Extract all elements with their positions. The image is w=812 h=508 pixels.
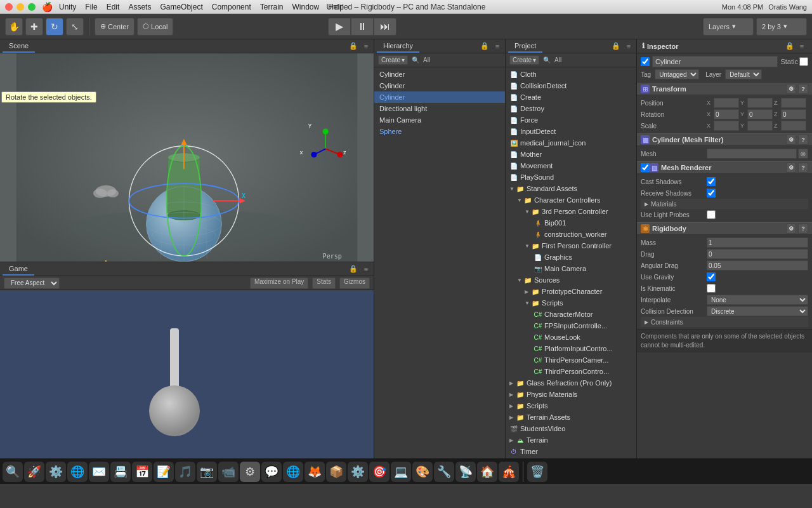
cast-shadows-checkbox[interactable] — [707, 177, 716, 186]
tree-folder-standard-assets[interactable]: ▼ 📁 Standard Assets — [506, 183, 636, 194]
dock-facetime-icon[interactable]: 📹 — [218, 462, 239, 482]
scale-tool-button[interactable]: ⤡ — [66, 18, 84, 36]
move-tool-button[interactable]: ✚ — [25, 18, 43, 36]
transform-header[interactable]: ⊞ Transform ⚙ ? — [637, 83, 812, 95]
menu-unity[interactable]: Unity — [59, 3, 76, 11]
rotation-z-input[interactable] — [781, 109, 806, 119]
hierarchy-tab[interactable]: Hierarchy — [377, 40, 419, 53]
tree-folder-3rd-person[interactable]: ▼ 📁 3rd Person Controller — [506, 206, 636, 217]
dock-app4-icon[interactable]: 🔧 — [434, 462, 454, 482]
minimize-button[interactable] — [16, 3, 24, 11]
tree-item-thirdpersoncontro[interactable]: C# ThirdPersonContro... — [506, 366, 636, 377]
tree-item-bip001[interactable]: 🧍 Bip001 — [506, 217, 636, 229]
dock-contacts-icon[interactable]: 📇 — [110, 462, 131, 482]
tree-item-cloth[interactable]: 📄 Cloth — [506, 69, 636, 80]
constraints-section[interactable]: ▶ Constraints — [641, 317, 808, 327]
dock-settings-icon[interactable]: ⚙️ — [348, 462, 368, 482]
mesh-filter-settings-icon[interactable]: ⚙ — [786, 135, 796, 145]
transform-settings-icon[interactable]: ⚙ — [786, 84, 796, 94]
tree-folder-terrain-assets[interactable]: ▶ 📁 Terrain Assets — [506, 411, 636, 423]
rigidbody-help-icon[interactable]: ? — [798, 224, 808, 234]
hierarchy-menu-icon[interactable]: ≡ — [492, 41, 502, 51]
tree-item-studentsvideo[interactable]: 🎬 StudentsVideo — [506, 423, 636, 434]
project-lock-icon[interactable]: 🔒 — [611, 41, 621, 51]
play-button[interactable]: ▶ — [328, 18, 351, 36]
tree-item-create[interactable]: 📄 Create — [506, 91, 636, 103]
tree-folder-terrain[interactable]: ▶ ⛰ Terrain — [506, 434, 636, 446]
rigidbody-header[interactable]: ⚛ Rigidbody ⚙ ? — [637, 222, 812, 235]
dock-music-icon[interactable]: 🎵 — [175, 462, 195, 482]
dock-mail-icon[interactable]: ✉️ — [89, 462, 109, 482]
project-menu-icon[interactable]: ≡ — [624, 41, 634, 51]
menu-terrain[interactable]: Terrain — [260, 3, 284, 11]
use-light-probes-checkbox[interactable] — [707, 210, 716, 219]
scene-3d-view[interactable]: X Y x z — [0, 53, 374, 262]
menu-file[interactable]: File — [85, 3, 97, 11]
dock-photo-booth-icon[interactable]: 📷 — [197, 462, 217, 482]
hierarchy-item-cylinder-2[interactable]: Cylinder — [374, 80, 505, 91]
tree-item-fpsinputcontroller[interactable]: C# FPSInputControlle... — [506, 320, 636, 331]
tree-item-main-camera[interactable]: 📷 Main Camera — [506, 263, 636, 274]
use-gravity-checkbox[interactable] — [707, 272, 716, 281]
materials-section[interactable]: ▶ Materials — [641, 199, 808, 209]
scene-tab[interactable]: Scene — [3, 40, 35, 53]
dock-finder-icon[interactable]: 🔍 — [3, 462, 23, 482]
hierarchy-create-button[interactable]: Create ▾ — [378, 55, 408, 65]
dock-trash-icon[interactable]: 🗑️ — [527, 462, 547, 482]
mesh-pick-icon[interactable]: ◎ — [798, 149, 808, 159]
tree-item-platforminput[interactable]: C# PlatformInputContro... — [506, 343, 636, 354]
is-kinematic-checkbox[interactable] — [707, 284, 716, 293]
game-lock-icon[interactable]: 🔒 — [348, 264, 358, 274]
tree-item-graphics[interactable]: 📄 Graphics — [506, 251, 636, 263]
mesh-renderer-settings-icon[interactable]: ⚙ — [786, 163, 796, 173]
mesh-filter-header[interactable]: ▦ Cylinder (Mesh Filter) ⚙ ? — [637, 133, 812, 146]
tree-item-construction-worker[interactable]: 🧍 construction_worker — [506, 229, 636, 240]
project-tab[interactable]: Project — [508, 40, 542, 53]
game-tab[interactable]: Game — [3, 263, 34, 276]
tree-item-mouselook[interactable]: C# MouseLook — [506, 331, 636, 343]
menu-gameobject[interactable]: GameObject — [160, 3, 202, 11]
close-button[interactable] — [5, 3, 13, 11]
drag-input[interactable] — [707, 249, 808, 259]
dock-system-prefs-icon[interactable]: ⚙️ — [46, 462, 66, 482]
tree-folder-physic-materials[interactable]: ▶ 📁 Physic Materials — [506, 389, 636, 400]
rotate-tool-button[interactable]: ↻ — [46, 18, 63, 36]
hierarchy-item-cylinder-3[interactable]: Cylinder — [374, 91, 505, 103]
mesh-renderer-header[interactable]: ▨ Mesh Renderer ⚙ ? — [637, 161, 812, 174]
hierarchy-item-main-camera[interactable]: Main Camera — [374, 114, 505, 126]
dock-app3-icon[interactable]: 🎯 — [369, 462, 390, 482]
position-z-input[interactable] — [781, 98, 806, 108]
dock-app7-icon[interactable]: 🎪 — [499, 462, 519, 482]
menu-assets[interactable]: Assets — [128, 3, 151, 11]
hierarchy-lock-icon[interactable]: 🔒 — [480, 41, 490, 51]
center-toggle-button[interactable]: ⊕ Center — [95, 18, 134, 36]
tree-folder-glass-refraction[interactable]: ▶ 📁 Glass Refraction (Pro Only) — [506, 377, 636, 389]
layer-dropdown[interactable]: Default — [725, 69, 762, 79]
tree-folder-prototype-char[interactable]: ▶ 📁 PrototypeCharacter — [506, 286, 636, 297]
hierarchy-item-directional-light[interactable]: Directional light — [374, 103, 505, 114]
tree-folder-character-controllers[interactable]: ▼ 📁 Character Controllers — [506, 194, 636, 206]
scene-lock-icon[interactable]: 🔒 — [348, 41, 358, 51]
interpolate-select[interactable]: None — [707, 295, 808, 305]
tree-folder-sources[interactable]: ▼ 📁 Sources — [506, 274, 636, 286]
local-toggle-button[interactable]: ⬡ Local — [137, 18, 173, 36]
static-checkbox[interactable] — [799, 57, 808, 66]
inspector-menu-icon[interactable]: ≡ — [797, 41, 807, 51]
position-x-input[interactable] — [714, 98, 739, 108]
angular-drag-input[interactable] — [707, 260, 808, 271]
menu-edit[interactable]: Edit — [107, 3, 120, 11]
dock-skype-icon[interactable]: 💬 — [261, 462, 282, 482]
pause-button[interactable]: ⏸ — [351, 18, 374, 36]
inspector-lock-icon[interactable]: 🔒 — [785, 41, 795, 51]
dock-launchpad-icon[interactable]: 🚀 — [24, 462, 44, 482]
tree-item-journal-icon[interactable]: 🖼️ medical_journal_icon — [506, 137, 636, 149]
project-create-button[interactable]: Create ▾ — [509, 55, 539, 65]
dock-photoshop-icon[interactable]: 🎨 — [412, 462, 433, 482]
stats-button[interactable]: Stats — [312, 277, 336, 289]
mesh-input[interactable] — [707, 149, 797, 159]
aspect-ratio-dropdown[interactable]: Free Aspect — [4, 277, 60, 289]
rotation-y-input[interactable] — [747, 109, 773, 119]
dock-firefox-icon[interactable]: 🦊 — [304, 462, 325, 482]
dock-terminal-icon[interactable]: 💻 — [391, 462, 411, 482]
dock-unity-icon[interactable]: ⚙ — [240, 462, 260, 482]
